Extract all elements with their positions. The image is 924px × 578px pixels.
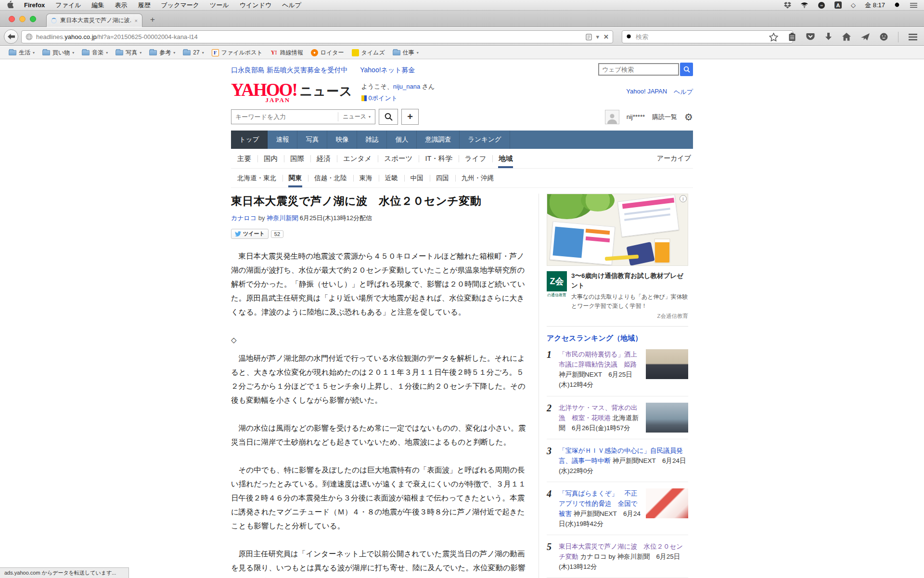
- tab-flash[interactable]: 速報: [268, 131, 297, 149]
- diamond-menu-icon[interactable]: ◇: [851, 1, 856, 9]
- ad-headline[interactable]: 3〜6歳向け通信教育お試し教材プレゼント: [571, 271, 688, 290]
- tab-magazine[interactable]: 雑誌: [357, 131, 387, 149]
- creative-cloud-icon[interactable]: ∞: [818, 1, 825, 9]
- keyword-input[interactable]: [231, 113, 338, 120]
- dropbox-icon[interactable]: [784, 2, 791, 9]
- wifi-icon[interactable]: [800, 2, 808, 8]
- menu-hamburger-icon[interactable]: [909, 34, 917, 40]
- notification-center-icon[interactable]: [910, 2, 917, 8]
- bookmark-folder-life[interactable]: 生活▾: [5, 46, 38, 59]
- web-search-button[interactable]: [680, 63, 693, 76]
- cat-entertainment[interactable]: エンタメ: [337, 149, 378, 168]
- bookmark-folder-music[interactable]: 音楽▾: [78, 46, 112, 59]
- bookmark-folder-27[interactable]: 27▾: [179, 46, 207, 59]
- region-shinetsu-hokuriku[interactable]: 信越・北陸: [308, 169, 353, 187]
- thumbnail[interactable]: [646, 488, 688, 518]
- points-link[interactable]: 0ポイント: [369, 94, 398, 103]
- yahoo-japan-link[interactable]: Yahoo! JAPAN: [626, 88, 667, 96]
- menu-view[interactable]: 表示: [115, 1, 128, 10]
- source-kanaloco-link[interactable]: カナロコ: [231, 214, 257, 222]
- tab-close-icon[interactable]: ×: [135, 18, 138, 24]
- tweet-count[interactable]: 52: [271, 230, 283, 238]
- region-tokai[interactable]: 東海: [353, 169, 379, 187]
- add-search-button[interactable]: +: [401, 109, 419, 125]
- bookmark-transit[interactable]: Y!路線情報: [267, 46, 307, 59]
- reader-mode-icon[interactable]: [586, 34, 592, 40]
- account-id[interactable]: nij*****: [627, 113, 645, 120]
- a-badge-icon[interactable]: A: [834, 1, 842, 9]
- tab-video[interactable]: 映像: [327, 131, 357, 149]
- menu-tools[interactable]: ツール: [210, 1, 229, 10]
- region-chugoku[interactable]: 中国: [404, 169, 430, 187]
- spotlight-icon[interactable]: [894, 2, 901, 9]
- new-tab-button[interactable]: +: [150, 15, 155, 24]
- news-search-button[interactable]: [379, 109, 398, 125]
- menu-file[interactable]: ファイル: [55, 1, 81, 10]
- ranking-title[interactable]: アクセスランキング（地域）: [547, 334, 688, 343]
- share-icon[interactable]: [861, 33, 870, 41]
- cat-main[interactable]: 主要: [231, 149, 257, 168]
- stop-loading-icon[interactable]: ✕: [603, 33, 609, 40]
- bookmark-folder-work[interactable]: 仕事▾: [389, 46, 423, 59]
- cat-it-science[interactable]: IT・科学: [419, 149, 458, 168]
- tab-poll[interactable]: 意識調査: [417, 131, 460, 149]
- region-kyushu-okinawa[interactable]: 九州・沖縄: [455, 169, 500, 187]
- tweet-button[interactable]: ツイート: [231, 229, 269, 239]
- menubar-clock[interactable]: 金 8:17: [865, 1, 885, 10]
- username-link[interactable]: niju_nana: [393, 83, 420, 90]
- tab-photo[interactable]: 写真: [297, 131, 327, 149]
- menu-help[interactable]: ヘルプ: [282, 1, 301, 10]
- feedback-smiley-icon[interactable]: [880, 33, 888, 41]
- history-panel-icon[interactable]: [788, 33, 796, 41]
- menu-history[interactable]: 履歴: [138, 1, 151, 10]
- gear-icon[interactable]: ⚙: [684, 112, 693, 122]
- thumbnail[interactable]: [646, 403, 688, 433]
- archive-link[interactable]: アーカイブ: [657, 154, 693, 163]
- region-shikoku[interactable]: 四国: [430, 169, 455, 187]
- cat-sports[interactable]: スポーツ: [378, 149, 419, 168]
- browser-search-field[interactable]: 検索: [622, 30, 793, 43]
- zoom-window-button[interactable]: [30, 16, 36, 22]
- browser-tab[interactable]: 東日本大震災で芦ノ湖に波... ×: [46, 13, 142, 27]
- tab-personal[interactable]: 個人: [387, 131, 417, 149]
- cat-region[interactable]: 地域: [492, 149, 519, 168]
- region-hokkaido-tohoku[interactable]: 北海道・東北: [231, 169, 282, 187]
- bookmark-filepost[interactable]: Fファイルポスト: [208, 46, 267, 59]
- close-window-button[interactable]: [9, 16, 15, 22]
- menu-firefox[interactable]: Firefox: [24, 1, 45, 9]
- url-bar[interactable]: headlines.yahoo.co.jp/hl?a=20150625-0000…: [21, 30, 613, 43]
- bookmark-star-icon[interactable]: [769, 33, 778, 41]
- menu-window[interactable]: ウインドウ: [240, 1, 272, 10]
- url-dropdown-icon[interactable]: ▾: [596, 33, 600, 40]
- tab-top[interactable]: トップ: [231, 131, 268, 149]
- avatar[interactable]: [605, 110, 619, 124]
- donation-notice-link[interactable]: 口永良部島 新岳噴火災害募金を受付中: [231, 66, 347, 75]
- menu-edit[interactable]: 編集: [92, 1, 104, 10]
- search-scope-dropdown[interactable]: ニュース▾: [338, 112, 375, 121]
- home-icon[interactable]: [842, 33, 851, 41]
- bookmark-times[interactable]: タイムズ: [348, 46, 389, 59]
- minimize-window-button[interactable]: [19, 16, 26, 22]
- web-search-input[interactable]: [598, 63, 679, 76]
- yahoo-news-logo[interactable]: YAHOO! JAPAN: [231, 81, 297, 103]
- cat-domestic[interactable]: 国内: [257, 149, 284, 168]
- region-kinki[interactable]: 近畿: [379, 169, 404, 187]
- back-button[interactable]: [4, 29, 18, 44]
- help-link[interactable]: ヘルプ: [674, 88, 693, 96]
- menu-bookmarks[interactable]: ブックマーク: [161, 1, 200, 10]
- bookmark-folder-shopping[interactable]: 買い物▾: [38, 46, 78, 59]
- zkai-ad[interactable]: i Z会 の通信教育 3〜6歳向け通信教育お試し教材プレゼント 大事なのは先取り…: [547, 194, 688, 327]
- ranking-link[interactable]: 「市民の期待裏切る」酒上市議に辞職勧告決議 姫路: [559, 351, 637, 368]
- bookmark-folder-photo[interactable]: 写真▾: [112, 46, 145, 59]
- downloads-icon[interactable]: [825, 33, 832, 41]
- net-donation-link[interactable]: Yahoo!ネット募金: [360, 66, 415, 75]
- bookmark-reuters[interactable]: ロイター: [307, 46, 348, 59]
- pocket-icon[interactable]: [806, 33, 815, 41]
- region-kanto[interactable]: 関東: [282, 169, 308, 187]
- thumbnail[interactable]: [646, 349, 688, 379]
- bookmark-folder-reference[interactable]: 参考▾: [145, 46, 179, 59]
- apple-menu-icon[interactable]: [7, 0, 13, 10]
- ad-info-icon[interactable]: i: [680, 195, 687, 202]
- cat-life[interactable]: ライフ: [459, 149, 493, 168]
- subscription-list-link[interactable]: 購読一覧: [652, 113, 677, 121]
